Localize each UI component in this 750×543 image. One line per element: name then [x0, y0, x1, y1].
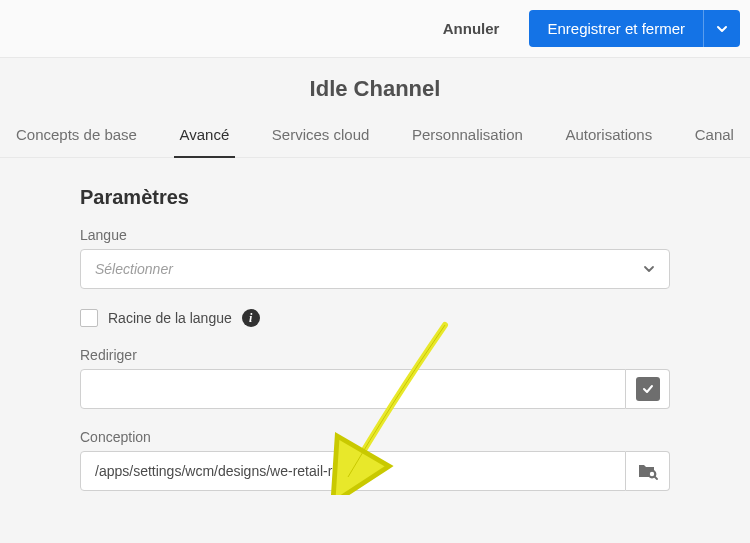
section-heading: Paramètres [80, 186, 670, 209]
field-language: Langue Sélectionner [80, 227, 670, 289]
language-root-label: Racine de la langue [108, 310, 232, 326]
language-root-checkbox[interactable] [80, 309, 98, 327]
browse-icon [638, 462, 658, 480]
language-select-placeholder: Sélectionner [95, 261, 173, 277]
language-label: Langue [80, 227, 670, 243]
tab-authorizations[interactable]: Autorisations [559, 116, 658, 157]
tab-personalization[interactable]: Personnalisation [406, 116, 529, 157]
design-browse-button[interactable] [626, 451, 670, 491]
tab-advanced[interactable]: Avancé [174, 116, 236, 157]
design-input[interactable] [80, 451, 626, 491]
content-area: Paramètres Langue Sélectionner Racine de… [0, 158, 750, 531]
svg-line-1 [654, 477, 657, 480]
check-icon [636, 377, 660, 401]
info-icon[interactable]: i [242, 309, 260, 327]
field-redirect: Rediriger [80, 347, 670, 409]
page-title: Idle Channel [0, 58, 750, 116]
chevron-down-icon [643, 263, 655, 275]
cancel-button[interactable]: Annuler [423, 10, 520, 47]
save-dropdown-button[interactable] [703, 10, 740, 47]
tab-channel[interactable]: Canal [689, 116, 740, 157]
top-bar: Annuler Enregistrer et fermer [0, 0, 750, 58]
save-and-close-button[interactable]: Enregistrer et fermer [529, 10, 703, 47]
redirect-picker-button[interactable] [626, 369, 670, 409]
tabs: Concepts de base Avancé Services cloud P… [0, 116, 750, 158]
field-design: Conception [80, 429, 670, 491]
redirect-label: Rediriger [80, 347, 670, 363]
tab-cloud-services[interactable]: Services cloud [266, 116, 376, 157]
design-label: Conception [80, 429, 670, 445]
save-button-group: Enregistrer et fermer [529, 10, 740, 47]
field-language-root: Racine de la langue i [80, 309, 670, 327]
redirect-input[interactable] [80, 369, 626, 409]
language-select[interactable]: Sélectionner [80, 249, 670, 289]
tab-basic-concepts[interactable]: Concepts de base [10, 116, 143, 157]
chevron-down-icon [716, 23, 728, 35]
